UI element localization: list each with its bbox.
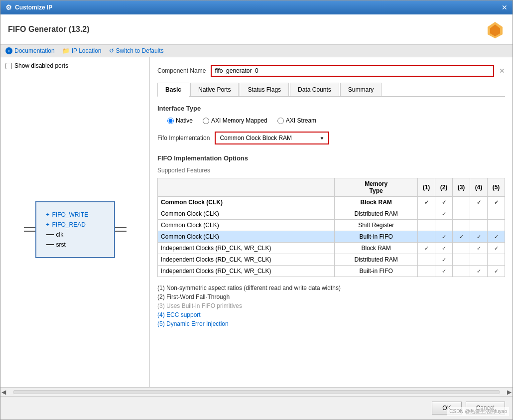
srst-label: srst bbox=[56, 241, 66, 248]
radio-native[interactable]: Native bbox=[167, 117, 193, 124]
switch-defaults-button[interactable]: ↺ Switch to Defaults bbox=[109, 47, 164, 54]
row-c5: ✓ bbox=[488, 231, 505, 243]
row-name: Common Clock (CLK) bbox=[158, 197, 335, 208]
row-c2: ✓ bbox=[435, 197, 453, 208]
right-panel: Component Name ✕ Basic Native Ports Stat… bbox=[150, 57, 513, 387]
refresh-icon: ↺ bbox=[109, 47, 114, 54]
tab-native-ports[interactable]: Native Ports bbox=[190, 83, 239, 96]
row-name: Independent Clocks (RD_CLK, WR_CLK) bbox=[158, 254, 335, 266]
row-c1: ✓ bbox=[418, 243, 435, 254]
row-c3 bbox=[453, 254, 470, 266]
table-row: Independent Clocks (RD_CLK, WR_CLK) Dist… bbox=[158, 254, 505, 266]
footnote-2: (2) First-Word Fall-Through bbox=[157, 293, 505, 300]
fifo-impl-value: Common Clock Block RAM bbox=[220, 135, 292, 141]
row-c4 bbox=[470, 220, 488, 231]
row-c3 bbox=[453, 220, 470, 231]
interface-type-section: Interface Type Native AXI Memory Mapped … bbox=[157, 105, 505, 124]
row-c2: ✓ bbox=[435, 243, 453, 254]
clk-port-row: clk bbox=[46, 230, 104, 240]
row-c1 bbox=[418, 254, 435, 266]
tab-status-flags[interactable]: Status Flags bbox=[240, 83, 289, 96]
row-c4 bbox=[470, 208, 488, 220]
location-icon: 📁 bbox=[62, 47, 70, 54]
radio-native-input[interactable] bbox=[167, 118, 174, 124]
row-c4: ✓ bbox=[470, 266, 488, 277]
radio-axi-memory-input[interactable] bbox=[203, 118, 209, 124]
table-row: Independent Clocks (RD_CLK, WR_CLK) Buil… bbox=[158, 266, 505, 277]
scrollbar-track[interactable] bbox=[13, 390, 500, 394]
row-c3: ✓ bbox=[453, 231, 470, 243]
radio-axi-stream[interactable]: AXI Stream bbox=[277, 117, 316, 124]
radio-axi-memory[interactable]: AXI Memory Mapped bbox=[203, 117, 267, 124]
window-icon: ⚙ bbox=[5, 3, 12, 11]
supported-features-title: Supported Features bbox=[157, 167, 505, 174]
fifo-impl-select[interactable]: Common Clock Block RAM ▼ bbox=[215, 132, 329, 144]
table-row: Common Clock (CLK) Built-in FIFO ✓ ✓ ✓ ✓ bbox=[158, 231, 505, 243]
left-panel: Show disabled ports bbox=[0, 57, 150, 387]
check-icon: ✓ bbox=[442, 211, 446, 217]
show-disabled-row: Show disabled ports bbox=[5, 62, 144, 69]
plus-icon2: + bbox=[46, 221, 50, 228]
component-name-input[interactable] bbox=[211, 65, 494, 77]
row-c5: ✓ bbox=[488, 243, 505, 254]
row-memtype: Block RAM bbox=[335, 197, 418, 208]
row-memtype: Built-in FIFO bbox=[335, 231, 418, 243]
interface-type-radio-group: Native AXI Memory Mapped AXI Stream bbox=[167, 117, 505, 124]
clear-name-button[interactable]: ✕ bbox=[499, 67, 505, 75]
check-icon: ✓ bbox=[459, 234, 464, 240]
component-name-label: Component Name bbox=[157, 67, 206, 74]
fifo-write-port: + FIFO_WRITE bbox=[46, 210, 104, 220]
tab-basic[interactable]: Basic bbox=[157, 83, 189, 97]
component-name-row: Component Name ✕ bbox=[157, 65, 505, 77]
titlebar-left: ⚙ Customize IP bbox=[5, 3, 52, 11]
footnotes: (1) Non-symmetric aspect ratios (differe… bbox=[157, 284, 505, 327]
row-c4: ✓ bbox=[470, 197, 488, 208]
ip-location-button[interactable]: 📁 IP Location bbox=[62, 47, 102, 54]
row-c5 bbox=[488, 220, 505, 231]
scroll-right-arrow[interactable]: ▶ bbox=[507, 389, 512, 396]
impl-options-title: FIFO Implementation Options bbox=[157, 154, 505, 162]
fifo-diagram-block: + FIFO_WRITE + FIFO_READ clk bbox=[35, 201, 115, 258]
table-row: Common Clock (CLK) Block RAM ✓ ✓ ✓ ✓ bbox=[158, 197, 505, 208]
check-icon: ✓ bbox=[442, 199, 446, 205]
check-icon: ✓ bbox=[494, 245, 499, 251]
window-title: Customize IP bbox=[15, 4, 52, 11]
tabs: Basic Native Ports Status Flags Data Cou… bbox=[157, 83, 505, 97]
documentation-button[interactable]: i Documentation bbox=[5, 47, 55, 54]
row-c5 bbox=[488, 254, 505, 266]
fifo-write-label: FIFO_WRITE bbox=[52, 211, 89, 218]
check-icon: ✓ bbox=[477, 268, 481, 274]
check-icon: ✓ bbox=[494, 268, 499, 274]
xilinx-logo bbox=[485, 19, 505, 39]
row-c3 bbox=[453, 197, 470, 208]
row-name: Independent Clocks (RD_CLK, WR_CLK) bbox=[158, 266, 335, 277]
footnote-5: (5) Dynamic Error Injection bbox=[157, 320, 505, 327]
row-c2: ✓ bbox=[435, 208, 453, 220]
col-header-4: (4) bbox=[470, 178, 488, 197]
switch-defaults-label: Switch to Defaults bbox=[116, 47, 164, 54]
tab-data-counts[interactable]: Data Counts bbox=[290, 83, 339, 96]
row-c1 bbox=[418, 220, 435, 231]
radio-axi-stream-input[interactable] bbox=[277, 118, 284, 124]
row-c1: ✓ bbox=[418, 197, 435, 208]
row-c1 bbox=[418, 231, 435, 243]
row-c4 bbox=[470, 254, 488, 266]
close-button[interactable]: ✕ bbox=[502, 3, 508, 11]
col-header-1: (1) bbox=[418, 178, 435, 197]
row-c4: ✓ bbox=[470, 231, 488, 243]
radio-axi-stream-label: AXI Stream bbox=[286, 117, 316, 124]
watermark: CSDN @热爱生活的fuyao bbox=[447, 407, 509, 416]
row-memtype: Built-in FIFO bbox=[335, 266, 418, 277]
row-c3 bbox=[453, 243, 470, 254]
tab-summary[interactable]: Summary bbox=[340, 83, 382, 96]
row-c1 bbox=[418, 266, 435, 277]
col-header-name bbox=[158, 178, 335, 197]
dropdown-arrow-icon: ▼ bbox=[319, 136, 324, 141]
toolbar: i Documentation 📁 IP Location ↺ Switch t… bbox=[0, 45, 513, 57]
scroll-left-arrow[interactable]: ◀ bbox=[1, 389, 6, 396]
fifo-implementation-row: Fifo Implementation Common Clock Block R… bbox=[157, 132, 505, 144]
radio-axi-memory-label: AXI Memory Mapped bbox=[211, 117, 267, 124]
row-c2: ✓ bbox=[435, 231, 453, 243]
show-disabled-checkbox[interactable] bbox=[5, 63, 12, 69]
row-memtype: Distributed RAM bbox=[335, 208, 418, 220]
